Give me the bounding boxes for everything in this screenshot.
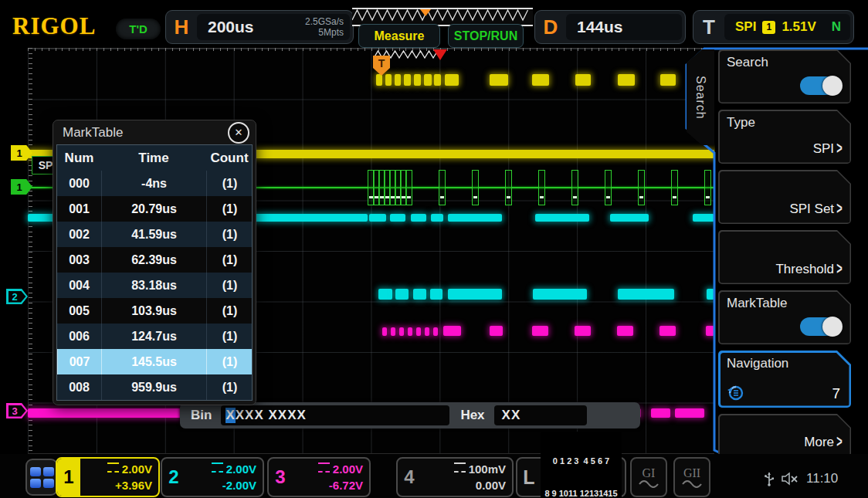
dc-coupling-icon: [454, 462, 466, 473]
menu-button[interactable]: [25, 459, 58, 496]
marktable-cell-num: 006: [57, 324, 101, 349]
usb-icon: [765, 471, 774, 486]
sidebar-item-search[interactable]: Search: [718, 49, 851, 103]
navigation-value: 7: [832, 385, 840, 402]
ch1-burst-segment: [618, 74, 635, 86]
marktable-row[interactable]: 00483.18us(1): [57, 273, 252, 298]
channel-3-box[interactable]: 3 2.00V-6.72V: [267, 457, 371, 497]
marktable-popup: MarkTable ✕ Num Time Count 000-4ns(1)001…: [53, 120, 256, 405]
trigger-source-badge: 1: [762, 21, 775, 34]
marktable-cell-time: 83.18us: [101, 273, 206, 298]
marktable-titlebar[interactable]: MarkTable ✕: [53, 120, 256, 144]
channel-2-box[interactable]: 2 2.00V-2.00V: [161, 457, 264, 497]
ch3-trace-dash: [433, 327, 438, 336]
logic-channels-row1: 0 1 2 3 4 5 6 7: [544, 456, 619, 466]
marktable-cell-time: 41.59us: [101, 222, 206, 247]
marktable-row[interactable]: 008959.9us(1): [57, 374, 252, 400]
marktable-row[interactable]: 00241.59us(1): [57, 222, 252, 247]
trigger-delay-marker-icon[interactable]: [433, 49, 447, 60]
search-event-marker: [472, 170, 479, 205]
sidebar-item-more[interactable]: More>: [718, 414, 851, 457]
threshold-label: Threshold: [775, 262, 834, 277]
trigger-type: SPI: [735, 19, 756, 35]
marktable-row[interactable]: 005103.9us(1): [57, 298, 252, 324]
sidebar-item-threshold[interactable]: Threshold>: [718, 230, 851, 284]
ch3-trace-dash: [391, 327, 395, 336]
generator-1-button[interactable]: GI: [630, 457, 667, 497]
marktable-cell-time: 124.7us: [101, 324, 206, 349]
channel-4-box[interactable]: 4 100mV0.00V: [396, 457, 514, 497]
status-icons: 11:10: [765, 467, 865, 490]
delay-box[interactable]: D 144us: [534, 10, 686, 44]
channel-1-scale: 2.00V: [122, 462, 152, 476]
marktable-cell-time: -4ns: [101, 171, 206, 196]
sidebar-item-type[interactable]: Type SPI>: [718, 110, 851, 164]
hex-value-field[interactable]: XX: [494, 405, 587, 425]
ch2-trace-segment: [448, 289, 502, 300]
sidebar-item-spi-set[interactable]: SPI Set>: [718, 170, 851, 224]
sidebar-item-marktable[interactable]: MarkTable: [718, 290, 851, 344]
trigger-box[interactable]: T SPI 1 1.51V N: [693, 10, 854, 44]
marktable-cell-num: 008: [57, 374, 101, 400]
channel-4-offset: 0.00V: [476, 479, 506, 492]
decode-value-bar: Bin XXXX XXXX Hex XX: [180, 402, 640, 429]
dc-coupling-icon: [318, 462, 330, 473]
ch1-burst-segment: [376, 74, 382, 86]
ch1-burst-segment: [490, 74, 508, 86]
clock: 11:10: [806, 471, 838, 486]
search-toggle[interactable]: [800, 76, 842, 95]
marktable-row[interactable]: 00120.79us(1): [57, 196, 252, 222]
column-header-count: Count: [206, 145, 253, 171]
memory-position-marker-icon[interactable]: [420, 9, 431, 16]
ch3-trace-dash: [416, 327, 421, 336]
marktable-table: Num Time Count 000-4ns(1)00120.79us(1)00…: [56, 144, 253, 401]
horizontal-timebase-box[interactable]: H 200us 2.5GSa/s 5Mpts: [165, 10, 354, 44]
channel-4-scale: 100mV: [469, 462, 506, 476]
ch3-trace-dash: [382, 327, 387, 336]
search-event-marker: [505, 170, 512, 205]
ch3-trace-segment: [532, 326, 548, 336]
ch2-trace-segment: [411, 214, 426, 222]
ch1-burst-segment: [434, 74, 441, 86]
bin-label: Bin: [191, 408, 212, 423]
sidebar-tab-search[interactable]: Search: [687, 49, 714, 145]
logic-analyzer-box[interactable]: L 0 1 2 3 4 5 6 7 8 9 1011 12131415: [516, 457, 626, 497]
search-event-marker: [605, 170, 612, 205]
marktable-row[interactable]: 006124.7us(1): [57, 324, 252, 349]
ch3-trace-dash: [425, 327, 429, 336]
marktable-cell-num: 003: [57, 247, 101, 273]
ch2-trace-segment: [413, 289, 426, 300]
search-label: Search: [727, 55, 768, 70]
hex-value: XX: [502, 408, 521, 423]
marktable-cell-count: (1): [206, 324, 253, 349]
ch2-trace-segment: [610, 214, 649, 222]
close-icon[interactable]: ✕: [228, 122, 249, 144]
marktable-row[interactable]: 007145.5us(1): [57, 349, 252, 374]
ch1-burst-segment: [395, 74, 401, 86]
marktable-cell-num: 000: [57, 171, 101, 196]
generator-2-button[interactable]: GII: [673, 457, 710, 497]
stop-run-button[interactable]: STOP/RUN: [448, 24, 524, 48]
column-header-time: Time: [101, 145, 206, 171]
ch2-trace-segment: [369, 214, 386, 222]
measure-button[interactable]: Measure: [358, 24, 440, 48]
search-event-marker: [638, 170, 645, 205]
marktable-row[interactable]: 00362.39us(1): [57, 247, 252, 273]
marktable-cell-time: 103.9us: [101, 298, 206, 324]
ch1-burst-segment: [385, 74, 392, 86]
channel-1-box[interactable]: 1 2.00V+3.96V: [56, 457, 160, 497]
bin-value: XXX XXXX: [236, 408, 307, 423]
sidebar-item-navigation[interactable]: Navigation 7: [718, 351, 851, 408]
search-event-marker: [538, 170, 545, 205]
column-header-num: Num: [57, 145, 101, 171]
channel-3-offset: -6.72V: [329, 479, 363, 492]
marktable-toggle[interactable]: [800, 317, 842, 336]
type-label: Type: [727, 115, 755, 130]
ch1-burst-segment: [445, 74, 459, 86]
marktable-row[interactable]: 000-4ns(1): [57, 171, 252, 196]
bin-value-field[interactable]: XXXX XXXX: [221, 405, 449, 425]
ch2-trace-segment: [431, 214, 443, 222]
ch1-burst-segment: [424, 74, 432, 86]
search-event-marker: [439, 170, 446, 205]
ch3-trace-segment: [651, 408, 670, 418]
